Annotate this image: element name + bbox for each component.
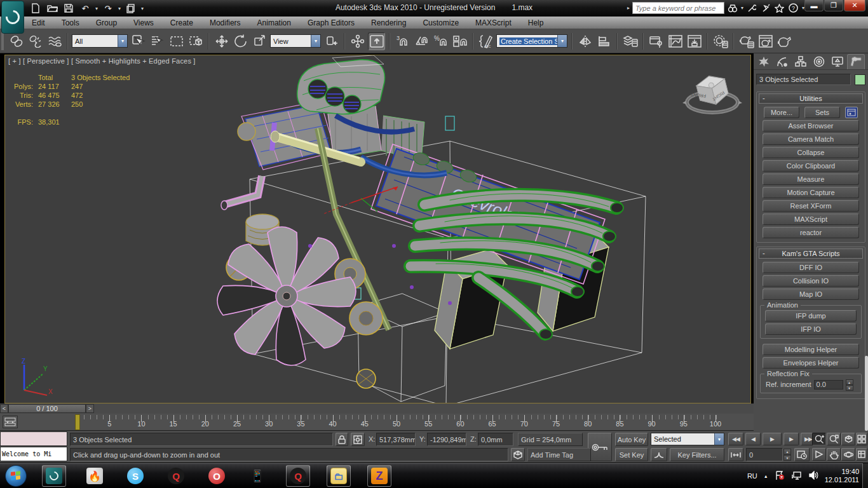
asset-browser-button[interactable]: Asset Browser	[763, 120, 859, 132]
more-button[interactable]: More...	[764, 107, 799, 118]
menu-tools[interactable]: Tools	[62, 18, 79, 27]
favorites-star-icon[interactable]	[774, 3, 785, 14]
go-to-start-icon[interactable]: ◀◀	[728, 433, 743, 445]
dff-io-button[interactable]: DFF IO	[763, 262, 859, 273]
start-button[interactable]	[5, 465, 27, 487]
menu-maxscript[interactable]: MAXScript	[475, 18, 512, 27]
maximize-viewport-icon[interactable]	[856, 448, 867, 461]
animation-scope-dropdown[interactable]: Selected▾	[651, 433, 724, 445]
ref-increment-field[interactable]: 0.0	[814, 380, 843, 390]
use-pivot-center-icon[interactable]	[323, 32, 340, 50]
object-color-swatch[interactable]	[855, 74, 865, 85]
tray-clock[interactable]: 19:40 12.01.2011	[825, 468, 859, 484]
volume-icon[interactable]	[808, 471, 818, 481]
zoom-extents-all-icon[interactable]	[856, 433, 867, 445]
taskbar-z-app-button[interactable]: Z	[367, 465, 391, 487]
pan-view-icon[interactable]	[827, 448, 841, 461]
layer-manager-icon[interactable]	[621, 32, 639, 50]
ifp-io-button[interactable]: IFP IO	[765, 323, 857, 335]
taskbar-opera-button[interactable]: O	[205, 465, 229, 487]
menu-rendering[interactable]: Rendering	[371, 18, 406, 27]
set-keys-button[interactable]	[588, 433, 612, 461]
time-ruler[interactable]: 0510152025303540455055606570758085909510…	[64, 414, 728, 431]
next-frame-icon[interactable]: ▶	[783, 433, 799, 445]
render-setup-icon[interactable]	[738, 32, 755, 50]
auto-key-button[interactable]: Auto Key	[615, 433, 648, 446]
select-object-icon[interactable]	[130, 32, 147, 50]
tab-display-icon[interactable]	[829, 54, 846, 69]
communication-center-icon[interactable]	[760, 3, 771, 14]
taskbar-skype-button[interactable]: S	[123, 465, 147, 487]
select-by-name-icon[interactable]	[149, 32, 166, 50]
key-filters-button[interactable]: Key Filters...	[670, 448, 724, 461]
search-dropdown-icon[interactable]: ▾	[741, 5, 743, 11]
reactor-button[interactable]: reactor	[763, 227, 859, 238]
ifp-dump-button[interactable]: IFP dump	[765, 310, 857, 322]
toolbar-grip[interactable]	[1, 32, 4, 50]
isolate-selection-icon[interactable]	[511, 448, 525, 461]
object-name-field[interactable]: 3 Objects Selected	[756, 74, 851, 85]
mirror-icon[interactable]	[576, 32, 593, 50]
taskbar-nero-button[interactable]: 🔥	[83, 465, 107, 487]
taskbar-q-window-button[interactable]: Q	[286, 465, 310, 487]
menu-animation[interactable]: Animation	[257, 18, 291, 27]
track-bar[interactable]: 0510152025303540455055606570758085909510…	[0, 414, 754, 431]
search-input[interactable]	[632, 2, 724, 14]
select-and-move-icon[interactable]	[213, 32, 230, 50]
language-indicator[interactable]: RU	[747, 472, 757, 480]
time-back-arrow[interactable]: <	[0, 404, 8, 413]
help-icon[interactable]: ?	[788, 3, 799, 14]
percent-snap-icon[interactable]: %	[432, 32, 449, 50]
spinner-snap-icon[interactable]	[451, 32, 468, 50]
zoom-all-icon[interactable]	[827, 433, 841, 445]
collision-io-button[interactable]: Collision IO	[763, 275, 859, 287]
curve-editor-icon[interactable]	[667, 32, 684, 50]
align-icon[interactable]	[595, 32, 613, 50]
add-time-tag[interactable]: Add Time Tag	[527, 448, 591, 461]
zoom-extents-icon[interactable]	[841, 433, 855, 445]
time-slider-handle[interactable]: 0 / 100	[8, 404, 86, 413]
named-selection-set-dropdown[interactable]: Create Selection Se▾	[496, 34, 567, 48]
motion-capture-button[interactable]: Motion Capture	[763, 187, 859, 198]
orbit-icon[interactable]	[841, 448, 855, 461]
absolute-mode-icon[interactable]	[351, 433, 365, 446]
color-clipboard-button[interactable]: Color Clipboard	[763, 160, 859, 172]
engine-model[interactable]: Chevrolet	[5, 55, 750, 403]
menu-edit[interactable]: Edit	[32, 18, 45, 27]
subscription-wrench-icon[interactable]	[746, 3, 757, 14]
mini-curve-editor-icon[interactable]	[3, 416, 18, 428]
tab-motion-icon[interactable]	[810, 54, 828, 69]
sets-button[interactable]: Sets	[804, 107, 840, 118]
maxscript-listener[interactable]: Welcome to Mi	[0, 447, 67, 461]
maxscript-button[interactable]: MAXScript	[763, 214, 859, 225]
utilities-rollout-header[interactable]: -Utilities	[759, 93, 863, 104]
tray-expand-icon[interactable]: ▲	[764, 474, 768, 478]
tab-hierarchy-icon[interactable]	[792, 54, 810, 69]
zoom-region-icon[interactable]	[812, 448, 826, 461]
tab-utilities-icon[interactable]	[847, 54, 865, 69]
unlink-selection-icon[interactable]	[27, 32, 44, 50]
camera-match-button[interactable]: Camera Match	[763, 133, 859, 145]
current-frame-field[interactable]: 0	[746, 448, 783, 461]
window-crossing-icon[interactable]	[187, 32, 204, 50]
network-icon[interactable]	[791, 471, 802, 482]
previous-frame-icon[interactable]: ◀	[745, 433, 761, 445]
edit-named-selection-sets-icon[interactable]: ABC	[477, 32, 494, 50]
menu-group[interactable]: Group	[96, 18, 117, 27]
taskbar-3dsmax-button[interactable]	[42, 465, 66, 487]
angle-snap-icon[interactable]	[413, 32, 430, 50]
selection-filter-dropdown[interactable]: All▾	[72, 34, 128, 48]
menu-create[interactable]: Create	[170, 18, 193, 27]
keyboard-override-toggle-icon[interactable]	[368, 32, 385, 50]
show-desktop-button[interactable]	[862, 463, 868, 488]
menu-help[interactable]: Help	[528, 18, 544, 27]
menu-modifiers[interactable]: Modifiers	[210, 18, 241, 27]
maxscript-macro-recorder[interactable]	[0, 431, 67, 446]
selection-lock-icon[interactable]	[336, 433, 348, 446]
manage-scene-states-icon[interactable]	[648, 32, 665, 50]
search-binoculars-icon[interactable]	[727, 3, 738, 14]
reference-coordinate-dropdown[interactable]: View▾	[270, 34, 321, 48]
schematic-view-icon[interactable]	[686, 32, 703, 50]
zoom-icon[interactable]	[812, 433, 826, 445]
perspective-viewport[interactable]: [ + ] [ Perspective ] [ Smooth + Highlig…	[4, 55, 751, 403]
